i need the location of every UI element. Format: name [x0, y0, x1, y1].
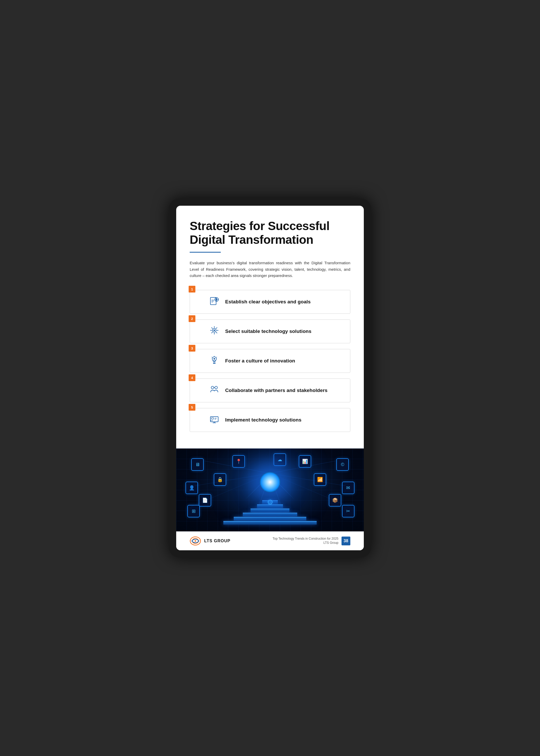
float-icon-doc: 📄 [199, 494, 211, 507]
svg-point-18 [215, 386, 217, 389]
strategy-icon-3 [208, 355, 220, 367]
intro-text: Evaluate your business's digital transfo… [190, 260, 350, 279]
strategy-list: 1 Establish clear objectives and goals 2 [190, 288, 350, 432]
svg-point-9 [213, 329, 215, 331]
title-underline [190, 252, 221, 253]
strategy-card-2: Select suitable technology solutions [190, 319, 350, 343]
page-title: Strategies for Successful Digital Transf… [190, 219, 350, 247]
float-icon-cloud: ☁ [274, 453, 286, 466]
strategy-icon-2 [208, 325, 220, 337]
svg-point-11 [213, 358, 215, 360]
svg-point-4 [216, 299, 217, 300]
float-icon-user: 👤 [186, 482, 198, 494]
svg-line-14 [216, 357, 217, 357]
tech-visualization: ⚙ 🖥 📍 ☁ 📊 © 👤 📄 ⊞ ✉ 📦 ✂ 🔒 📶 [176, 448, 364, 531]
stair-4 [243, 513, 297, 516]
strategy-card-5: Implement technology solutions [190, 408, 350, 432]
svg-point-25 [212, 420, 213, 421]
lts-logo-icon [190, 536, 201, 546]
strategy-item-2: 2 Select suitable technology solutions [190, 318, 350, 343]
float-icon-mail: ✉ [342, 482, 354, 494]
strategy-text-5: Implement technology solutions [225, 417, 301, 423]
strategy-card-4: Collaborate with partners and stakeholde… [190, 379, 350, 402]
footer-right: Top Technology Trends in Construction fo… [273, 537, 350, 545]
svg-point-17 [211, 386, 214, 389]
float-icon-box: 📦 [329, 494, 341, 507]
step-badge-4: 4 [189, 374, 196, 381]
strategy-item-1: 1 Establish clear objectives and goals [190, 288, 350, 314]
svg-point-35 [195, 540, 196, 542]
strategy-item-4: 4 Collaborate with partners and stakehol… [190, 377, 350, 402]
strategy-text-3: Foster a culture of innovation [225, 358, 295, 364]
float-icon-monitor: 🖥 [191, 458, 204, 471]
logo-text: LTS GROUP [204, 539, 230, 543]
glow-center [260, 472, 280, 492]
stair-5 [234, 517, 306, 521]
strategy-item-3: 3 Foster a culture of innovation [190, 347, 350, 373]
stair-3 [251, 509, 289, 512]
float-icon-coin: © [336, 458, 349, 471]
strategy-text-4: Collaborate with partners and stakeholde… [225, 388, 328, 393]
strategy-icon-5 [208, 414, 220, 426]
gear-icon: ⚙ [267, 498, 273, 507]
strategy-item-5: 5 Implement technology solutions [190, 407, 350, 432]
step-badge-3: 3 [189, 345, 196, 352]
float-icon-scissors: ✂ [342, 505, 354, 517]
float-icon-map: 📍 [232, 455, 245, 468]
svg-line-13 [212, 357, 212, 357]
strategy-text-1: Establish clear objectives and goals [225, 299, 311, 305]
footer-caption: Top Technology Trends in Construction fo… [273, 537, 338, 545]
footer: LTS GROUP Top Technology Trends in Const… [176, 531, 364, 550]
step-badge-1: 1 [189, 286, 196, 293]
page: Strategies for Successful Digital Transf… [176, 206, 364, 550]
step-badge-2: 2 [189, 315, 196, 322]
stair-container: ⚙ [223, 500, 317, 525]
strategy-card-1: Establish clear objectives and goals [190, 290, 350, 314]
svg-point-24 [211, 420, 211, 421]
content-area: Strategies for Successful Digital Transf… [176, 206, 364, 448]
device-frame: Strategies for Successful Digital Transf… [169, 198, 371, 558]
strategy-text-2: Select suitable technology solutions [225, 328, 312, 334]
footer-logo: LTS GROUP [190, 536, 230, 546]
step-badge-5: 5 [189, 404, 196, 411]
float-icon-chart: 📊 [299, 455, 311, 468]
strategy-icon-1 [208, 296, 220, 308]
tech-image: ⚙ 🖥 📍 ☁ 📊 © 👤 📄 ⊞ ✉ 📦 ✂ 🔒 📶 [176, 448, 364, 531]
page-number-badge: 38 [341, 537, 350, 545]
strategy-icon-4 [208, 384, 220, 396]
strategy-card-3: Foster a culture of innovation [190, 349, 350, 373]
float-icon-grid: ⊞ [187, 505, 200, 517]
float-icon-signal: 📶 [314, 473, 326, 486]
stair-6 [223, 521, 317, 525]
svg-rect-21 [211, 418, 213, 419]
float-icon-lock: 🔒 [214, 473, 226, 486]
